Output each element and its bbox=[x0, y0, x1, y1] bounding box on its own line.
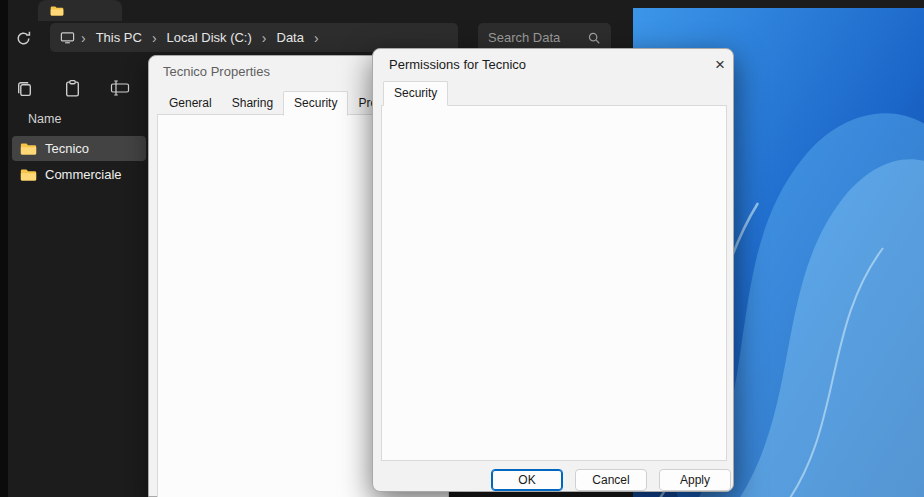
folder-icon bbox=[50, 5, 64, 17]
tab-security[interactable]: Security bbox=[383, 81, 448, 106]
chevron-right-icon[interactable] bbox=[79, 30, 88, 46]
folder-name: Tecnico bbox=[45, 141, 89, 156]
ok-button[interactable]: OK bbox=[491, 469, 563, 491]
security-tab-page bbox=[381, 105, 727, 461]
folder-icon bbox=[20, 168, 37, 182]
tab-sharing[interactable]: Sharing bbox=[222, 92, 283, 115]
close-icon[interactable] bbox=[707, 53, 733, 77]
folder-row-tecnico[interactable]: Tecnico bbox=[12, 136, 146, 161]
window-edge bbox=[0, 0, 8, 497]
dialog-title: Tecnico Properties bbox=[163, 64, 270, 79]
cancel-button[interactable]: Cancel bbox=[575, 469, 647, 491]
copy-icon bbox=[15, 79, 34, 98]
permissions-tabs: Security bbox=[383, 83, 448, 105]
explorer-tab[interactable] bbox=[38, 0, 122, 21]
paste-button[interactable] bbox=[60, 76, 84, 100]
tab-general[interactable]: General bbox=[159, 92, 222, 115]
rename-icon bbox=[110, 79, 130, 97]
tab-security[interactable]: Security bbox=[283, 91, 348, 116]
paste-icon bbox=[63, 79, 82, 98]
search-placeholder: Search Data bbox=[488, 30, 560, 45]
chevron-right-icon[interactable] bbox=[150, 30, 159, 46]
column-header-name[interactable]: Name bbox=[28, 112, 61, 126]
chevron-right-icon[interactable] bbox=[312, 30, 321, 46]
breadcrumb-local-disk[interactable]: Local Disk (C:) bbox=[163, 28, 256, 47]
folder-name: Commerciale bbox=[45, 167, 122, 182]
folder-row-commerciale[interactable]: Commerciale bbox=[12, 162, 146, 187]
desktop: This PC Local Disk (C:) Data Search Data bbox=[0, 0, 924, 497]
search-icon bbox=[587, 31, 601, 45]
copy-button[interactable] bbox=[12, 76, 36, 100]
breadcrumb-data[interactable]: Data bbox=[273, 28, 308, 47]
chevron-right-icon[interactable] bbox=[260, 30, 269, 46]
dialog-title: Permissions for Tecnico bbox=[389, 57, 526, 72]
folder-icon bbox=[20, 142, 37, 156]
rename-button[interactable] bbox=[108, 76, 132, 100]
this-pc-icon bbox=[60, 30, 75, 45]
permissions-dialog: Permissions for Tecnico Security Object … bbox=[372, 48, 734, 492]
apply-button[interactable]: Apply bbox=[659, 469, 731, 491]
refresh-icon bbox=[15, 30, 32, 47]
breadcrumb-this-pc[interactable]: This PC bbox=[92, 28, 146, 47]
refresh-button[interactable] bbox=[12, 27, 34, 49]
